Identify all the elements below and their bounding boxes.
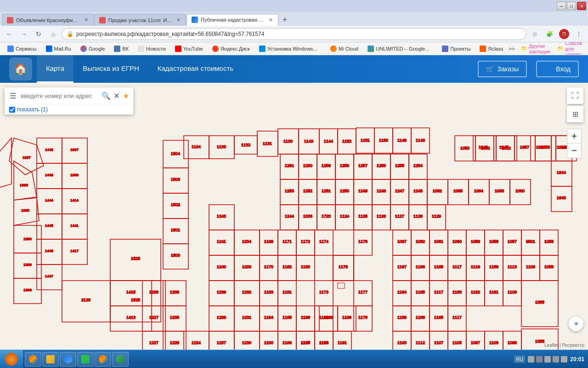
tab-close-rosreestr[interactable]: ✕ (268, 17, 273, 23)
start-button[interactable] (0, 350, 23, 368)
search-panel: ☰ 🔍 ✕ ★ показать (1) (5, 87, 133, 115)
bookmark-yaclass[interactable]: Яclass (476, 44, 507, 54)
taskbar-item-torrent[interactable] (112, 352, 129, 367)
site-nav-egrn[interactable]: Выписка из ЕГРН (74, 55, 148, 83)
taskbar-item-folder[interactable] (42, 352, 59, 367)
more-button[interactable]: ⋮ (572, 28, 585, 40)
bookmark-label-windows: Установка Windows... (267, 46, 317, 52)
taskbar-item-shield[interactable] (77, 352, 94, 367)
svg-text:1200: 1200 (264, 340, 273, 345)
close-button[interactable]: ✕ (577, 2, 586, 10)
search-star-button[interactable]: ★ (122, 90, 130, 101)
bookmark-star[interactable]: ☆ (528, 28, 541, 40)
svg-text:1641: 1641 (557, 145, 566, 150)
tray-icon-5 (561, 356, 567, 362)
bookmark-label-yandex: Яндекс.Диск (220, 46, 250, 52)
bookmark-label-vk: ВК (122, 46, 129, 52)
svg-text:1998: 1998 (20, 183, 28, 187)
hamburger-menu[interactable]: ☰ (8, 89, 17, 102)
bookmark-youtube[interactable]: YouTube (171, 44, 207, 54)
svg-text:1253: 1253 (285, 189, 294, 193)
svg-text:1065: 1065 (453, 189, 463, 193)
bookmarks-folder2[interactable]: 📁Список для чтения (554, 42, 585, 55)
svg-text:1132: 1132 (241, 143, 250, 147)
svg-text:1174: 1174 (319, 239, 328, 244)
svg-text:1241: 1241 (217, 239, 226, 244)
minimize-button[interactable]: ─ (557, 2, 566, 10)
svg-text:1168: 1168 (416, 315, 425, 320)
zoom-out-button[interactable]: − (567, 144, 582, 158)
tab-close-ksk1[interactable]: ✕ (84, 17, 89, 23)
bookmark-yandex[interactable]: Яндекс.Диск (209, 44, 254, 54)
login-button[interactable]: 👤 Вход (536, 61, 579, 77)
bookmark-windows[interactable]: Установка Windows... (255, 44, 321, 54)
svg-text:1113: 1113 (508, 264, 517, 269)
location-button[interactable]: ⌖ (569, 316, 583, 331)
svg-text:1165: 1165 (416, 290, 425, 294)
svg-text:1130: 1130 (283, 139, 293, 144)
map-container[interactable]: 1134 1133 1132 1131 1130 1143 1144 1152 … (0, 83, 588, 350)
search-clear-button[interactable]: ✕ (113, 90, 120, 101)
svg-text:1189: 1189 (342, 315, 351, 320)
show-results-checkbox[interactable] (9, 107, 15, 113)
home-button[interactable]: ⌂ (47, 28, 60, 40)
svg-text:1355: 1355 (535, 339, 544, 344)
user-icon[interactable]: П (558, 28, 571, 40)
svg-text:1261: 1261 (285, 163, 294, 168)
svg-text:1097: 1097 (471, 340, 480, 345)
site-nav-cadastral[interactable]: Кадастровая стоимость (148, 55, 243, 83)
new-tab-button[interactable]: + (279, 14, 291, 26)
svg-text:1063: 1063 (495, 189, 504, 193)
svg-text:1244: 1244 (285, 214, 294, 218)
search-input[interactable] (19, 91, 100, 101)
taskbar-item-chrome[interactable] (95, 352, 111, 367)
svg-text:1133: 1133 (217, 144, 226, 149)
bookmarks-folder1[interactable]: 📁Другие закладки (518, 43, 553, 54)
address-bar[interactable]: 🔒 росреестр-выписка.рф/кадастровая_карта… (62, 28, 526, 40)
svg-text:1234: 1234 (242, 239, 251, 244)
bookmark-favicon-yandex (212, 46, 219, 52)
svg-text:1103: 1103 (489, 340, 498, 345)
language-indicator: RU (514, 356, 525, 363)
bookmark-label-services: Сервисы (16, 46, 37, 52)
orders-button[interactable]: 🛒 Заказы (478, 61, 527, 77)
bookmark-google[interactable]: Google (77, 44, 108, 54)
extensions-icon[interactable]: 🧩 (543, 28, 556, 40)
forward-button[interactable]: → (17, 28, 30, 40)
bookmark-vk[interactable]: ВК (110, 44, 132, 54)
bookmark-news[interactable]: Новости (134, 44, 170, 54)
svg-text:1250: 1250 (340, 189, 349, 193)
svg-text:1186: 1186 (283, 340, 292, 345)
site-nav-map[interactable]: Карта (37, 55, 74, 83)
svg-text:1105: 1105 (452, 340, 462, 345)
tab-ksk1[interactable]: Объявления Красноуфимск КСК66 ✕ (2, 14, 94, 26)
maximize-button[interactable]: □ (567, 2, 576, 10)
layers-button[interactable]: ⊞ (567, 106, 583, 122)
reload-button[interactable]: ↻ (32, 28, 45, 40)
svg-text:1129: 1129 (432, 214, 441, 218)
bookmark-mailru[interactable]: Mail.Ru (42, 44, 75, 54)
svg-text:1999: 1999 (70, 173, 79, 177)
svg-text:1149: 1149 (397, 138, 407, 143)
zoom-in-button[interactable]: + (567, 129, 582, 144)
svg-text:1169: 1169 (264, 239, 273, 244)
bookmarks-more-button[interactable]: >> (509, 46, 514, 52)
bookmark-micloud[interactable]: Mi Cloud (327, 44, 362, 54)
taskbar-item-browser[interactable] (25, 352, 41, 367)
tab-close-ksk2[interactable]: ✕ (176, 17, 181, 23)
site-logo[interactable]: 🏠 (9, 58, 32, 80)
search-button[interactable]: 🔍 (102, 89, 111, 102)
svg-text:1181: 1181 (283, 290, 292, 294)
taskbar-item-explorer[interactable] (60, 352, 76, 367)
bookmark-services[interactable]: Сервисы (4, 44, 40, 54)
tab-bar: Объявления Красноуфимск КСК66 ✕ Продаю у… (0, 12, 588, 26)
fullscreen-button[interactable]: ⛶ (567, 87, 583, 104)
tab-ksk2[interactable]: Продаю участок 11сот. ИЖС плод... ✕ (94, 14, 186, 26)
tab-label-ksk1: Объявления Красноуфимск КСК66 (16, 17, 81, 23)
tab-rosreestr[interactable]: Публичная кадастровая карта 20... ✕ (187, 14, 278, 26)
bookmark-google2[interactable]: UNLIMITED – Google... (364, 44, 433, 54)
torrent-icon (116, 355, 124, 363)
back-button[interactable]: ← (3, 28, 16, 40)
bookmark-projects[interactable]: Проекты (438, 44, 474, 54)
svg-text:1161: 1161 (489, 290, 498, 294)
